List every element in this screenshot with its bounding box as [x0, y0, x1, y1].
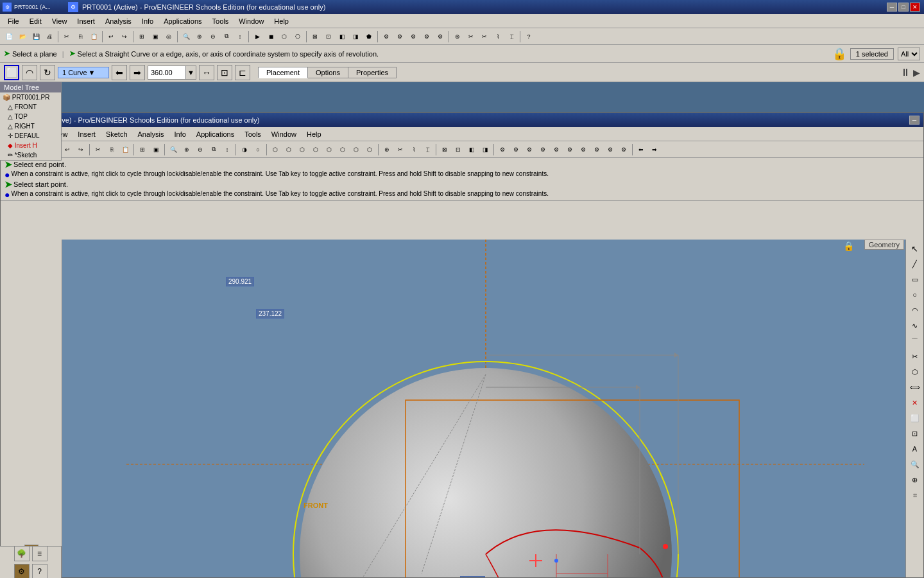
tb5[interactable]: ◎	[162, 30, 175, 43]
inner-tb35[interactable]: ⚙	[496, 143, 509, 156]
tb12[interactable]: ◼	[264, 30, 277, 43]
inner-tb32[interactable]: ⊡	[452, 143, 465, 156]
inner-tb21[interactable]: ⬡	[296, 143, 309, 156]
inner-viewport[interactable]: 290.921 237.122 FRONT 60.985 97.979 44.6…	[62, 240, 905, 577]
open-button[interactable]: 📂	[16, 30, 29, 43]
tb20[interactable]: ⚙	[380, 30, 393, 43]
inner-tb29[interactable]: ⌇	[407, 143, 420, 156]
inner-menu-tools[interactable]: Tools	[239, 129, 266, 139]
menu-edit[interactable]: Edit	[24, 16, 47, 26]
inner-menu-window[interactable]: Window	[266, 129, 302, 139]
menu-info-outer[interactable]: Info	[137, 16, 158, 26]
inner-tb14[interactable]: ⊖	[194, 143, 207, 156]
inner-tb6[interactable]: ↪	[74, 143, 87, 156]
pause-button[interactable]: ⏸	[900, 67, 911, 78]
tb15[interactable]: ⊠	[309, 30, 321, 43]
menu-insert[interactable]: Insert	[72, 16, 100, 26]
tb16[interactable]: ⊡	[322, 30, 335, 43]
inner-tb8[interactable]: ⎘	[105, 143, 118, 156]
flip-button[interactable]: ↔	[199, 65, 214, 80]
tb6[interactable]: 🔍	[180, 30, 193, 43]
inner-tb34[interactable]: ◨	[479, 143, 492, 156]
inner-tb12[interactable]: 🔍	[167, 143, 180, 156]
menu-applications-outer[interactable]: Applications	[158, 16, 207, 26]
inner-menu-help[interactable]: Help	[302, 129, 327, 139]
menu-help[interactable]: Help	[269, 16, 294, 26]
tree-item-right[interactable]: △ RIGHT	[0, 121, 61, 131]
inner-tb25[interactable]: ⬡	[350, 143, 363, 156]
feature-icon-btn[interactable]: ⚙	[14, 564, 30, 579]
angle-dropdown-arrow[interactable]: ▼	[186, 66, 196, 80]
inner-tb41[interactable]: ⚙	[577, 143, 590, 156]
inner-tb19[interactable]: ⬡	[269, 143, 282, 156]
inner-tb10[interactable]: ⊞	[136, 143, 149, 156]
arrow-right-button[interactable]: ➡	[130, 65, 145, 80]
tb4[interactable]: ▣	[149, 30, 162, 43]
inner-tb11[interactable]: ▣	[150, 143, 162, 156]
copy-button[interactable]: ⎘	[74, 30, 87, 43]
inner-tb7[interactable]: ✂	[92, 143, 105, 156]
tb11[interactable]: ▶	[251, 30, 264, 43]
inner-tb30[interactable]: ⌶	[421, 143, 434, 156]
filter-combo[interactable]: All	[898, 48, 920, 60]
angle-input[interactable]	[148, 66, 186, 80]
rt-spline-button[interactable]: ∿	[908, 319, 922, 333]
accept-button[interactable]: ▶	[913, 67, 920, 78]
tab-options[interactable]: Options	[308, 67, 348, 78]
options-toggle-button[interactable]: ⊡	[217, 65, 232, 80]
maximize-button[interactable]: □	[898, 3, 909, 12]
tb23[interactable]: ⚙	[420, 30, 433, 43]
inner-tb27[interactable]: ⊛	[381, 143, 393, 156]
tb8[interactable]: ⊖	[207, 30, 219, 43]
paste-button[interactable]: 📋	[87, 30, 100, 43]
inner-tb40[interactable]: ⚙	[563, 143, 576, 156]
inner-tb16[interactable]: ↕	[221, 143, 234, 156]
inner-tb13[interactable]: ⊕	[180, 143, 193, 156]
curve-count-field[interactable]: 1 Curve ▼	[58, 67, 109, 78]
minimize-button[interactable]: ─	[887, 3, 897, 12]
rt-rect-button[interactable]: ▭	[908, 272, 922, 286]
inner-menu-analysis[interactable]: Analysis	[133, 129, 169, 139]
menu-view[interactable]: View	[47, 16, 73, 26]
rt-import-button[interactable]: ⊕	[908, 473, 922, 487]
sketch-shape-button[interactable]: ⬜	[4, 65, 19, 80]
inner-tb9[interactable]: 📋	[119, 143, 132, 156]
inner-tb5[interactable]: ↩	[61, 143, 74, 156]
inner-tb28[interactable]: ✂	[394, 143, 407, 156]
rt-extra-button[interactable]: ⌗	[908, 488, 922, 502]
save-button[interactable]: 💾	[30, 30, 42, 43]
rt-search-button[interactable]: 🔍	[908, 457, 922, 471]
menu-analysis[interactable]: Analysis	[100, 16, 137, 26]
tb14[interactable]: ⎔	[291, 30, 304, 43]
tree-item-prt[interactable]: 📦 PRT0001.PR	[0, 92, 61, 102]
tab-properties[interactable]: Properties	[348, 67, 397, 78]
rt-fillet-button[interactable]: ⌒	[908, 334, 922, 348]
rt-mirror-button[interactable]: ⟺	[908, 380, 922, 394]
tb29[interactable]: ⌶	[505, 30, 518, 43]
tb10[interactable]: ↕	[234, 30, 246, 43]
rt-arc-button[interactable]: ◠	[908, 303, 922, 317]
tb30[interactable]: ?	[522, 30, 535, 43]
inner-menu-insert[interactable]: Insert	[73, 129, 101, 139]
tb17[interactable]: ◧	[336, 30, 348, 43]
tb25[interactable]: ⊛	[451, 30, 464, 43]
tree-item-front[interactable]: △ FRONT	[0, 102, 61, 112]
menu-file[interactable]: File	[3, 16, 24, 26]
inner-tb45[interactable]: ⬅	[635, 143, 647, 156]
rt-dimension-button[interactable]: ⬜	[908, 411, 922, 425]
tb21[interactable]: ⚙	[393, 30, 406, 43]
tb13[interactable]: ⬡	[278, 30, 291, 43]
tb27[interactable]: ✂	[478, 30, 491, 43]
model-tree-icon-btn[interactable]: 🌳	[14, 546, 30, 561]
inner-menu-applications[interactable]: Applications	[191, 129, 239, 139]
thin-feature-button[interactable]: ⊏	[235, 65, 250, 80]
layer-icon-btn[interactable]: ≡	[32, 546, 47, 561]
inner-tb17[interactable]: ◑	[238, 143, 251, 156]
tb22[interactable]: ⚙	[407, 30, 420, 43]
inner-tb31[interactable]: ⊠	[438, 143, 451, 156]
rt-offset-button[interactable]: ⬡	[908, 365, 922, 379]
menu-tools[interactable]: Tools	[207, 16, 234, 26]
new-button[interactable]: 📄	[3, 30, 15, 43]
undo-button[interactable]: ↩	[105, 30, 117, 43]
inner-tb26[interactable]: ⬡	[363, 143, 376, 156]
